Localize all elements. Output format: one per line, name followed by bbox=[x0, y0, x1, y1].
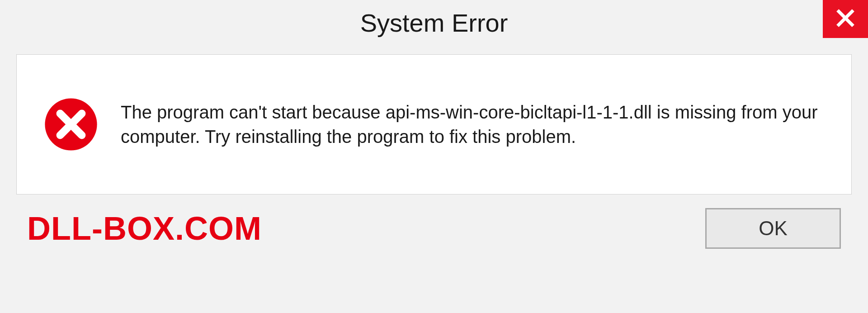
footer: DLL-BOX.COM OK bbox=[0, 194, 868, 249]
titlebar: System Error bbox=[0, 0, 868, 45]
dialog-title: System Error bbox=[360, 8, 508, 38]
close-button[interactable] bbox=[823, 0, 868, 38]
ok-button-label: OK bbox=[759, 217, 788, 240]
error-icon bbox=[44, 97, 98, 152]
watermark-text: DLL-BOX.COM bbox=[27, 210, 262, 247]
close-icon bbox=[835, 8, 855, 30]
error-message-text: The program can't start because api-ms-w… bbox=[121, 100, 833, 149]
ok-button[interactable]: OK bbox=[705, 208, 841, 249]
message-panel: The program can't start because api-ms-w… bbox=[16, 54, 852, 194]
